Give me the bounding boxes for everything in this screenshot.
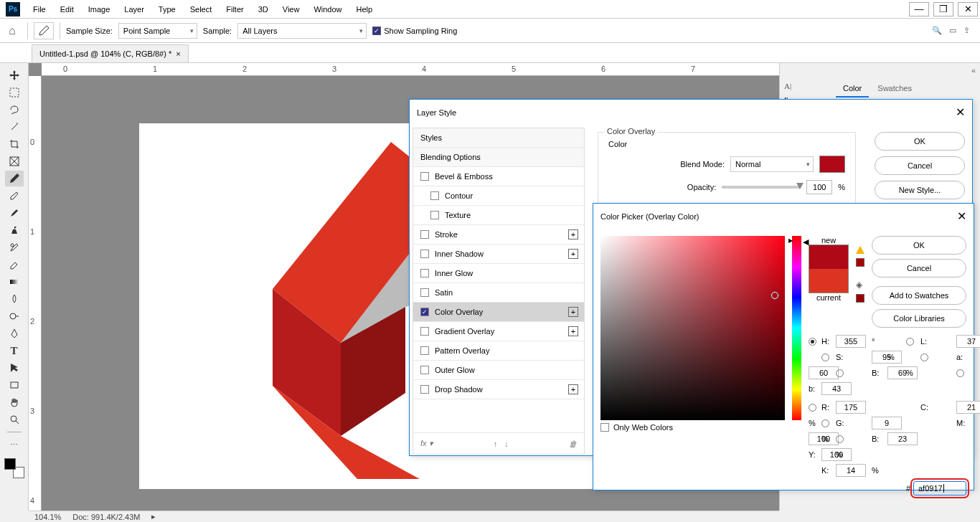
menu-layer[interactable]: Layer [117, 2, 151, 16]
color-cursor[interactable] [771, 292, 778, 299]
ls-new-style-button[interactable]: New Style... [875, 181, 965, 199]
b-lab-radio[interactable] [956, 369, 964, 377]
cp-cancel-button[interactable]: Cancel [872, 259, 966, 277]
menu-view[interactable]: View [275, 2, 307, 16]
layer-style-close-icon[interactable]: ✕ [956, 105, 965, 119]
menu-image[interactable]: Image [81, 2, 118, 16]
ls-bevel-emboss[interactable]: Bevel & Emboss [413, 167, 584, 186]
b-lab-input[interactable] [821, 382, 852, 395]
menu-3d[interactable]: 3D [251, 2, 275, 16]
ls-outer-glow[interactable]: Outer Glow [413, 361, 584, 380]
gamut-warning-swatch[interactable] [856, 258, 864, 267]
websafe-swatch[interactable] [856, 294, 864, 303]
foreground-background-colors[interactable] [4, 458, 24, 478]
color-saturation-field[interactable] [600, 236, 785, 420]
opacity-slider[interactable] [722, 186, 801, 189]
add-to-swatches-button[interactable]: Add to Swatches [872, 286, 966, 305]
history-brush-tool[interactable] [5, 239, 24, 255]
color-libraries-button[interactable]: Color Libraries [872, 309, 966, 328]
add-gradient-overlay-icon[interactable]: + [568, 326, 578, 336]
ls-ok-button[interactable]: OK [875, 132, 965, 151]
show-sampling-ring-checkbox[interactable]: ✓Show Sampling Ring [372, 27, 457, 35]
only-web-colors-checkbox[interactable]: Only Web Colors [600, 423, 673, 432]
menu-filter[interactable]: Filter [219, 2, 250, 16]
r-input[interactable] [836, 401, 866, 414]
marquee-tool[interactable] [5, 85, 24, 100]
r-radio[interactable] [809, 404, 816, 412]
menu-type[interactable]: Type [151, 2, 183, 16]
search-icon[interactable]: 🔍 [932, 26, 942, 35]
b-rgb-input[interactable] [887, 432, 918, 445]
a-radio[interactable] [920, 353, 928, 361]
a-input[interactable] [809, 366, 839, 379]
close-button[interactable]: ✕ [958, 2, 978, 16]
document-tab[interactable]: Untitled-1.psd @ 104% (C, RGB/8#) * × [32, 44, 189, 62]
dodge-tool[interactable] [5, 308, 24, 324]
g-radio[interactable] [821, 419, 829, 427]
ls-gradient-overlay[interactable]: Gradient Overlay+ [413, 322, 584, 341]
pen-tool[interactable] [5, 326, 24, 341]
maximize-button[interactable]: ❐ [933, 2, 953, 16]
add-color-overlay-icon[interactable]: + [568, 307, 578, 317]
zoom-tool[interactable] [5, 412, 24, 427]
ls-cancel-button[interactable]: Cancel [875, 156, 965, 175]
home-icon[interactable]: ⌂ [3, 22, 22, 39]
brush-tool[interactable] [5, 205, 24, 221]
ls-blending-options[interactable]: Blending Options [413, 148, 584, 167]
add-stroke-icon[interactable]: + [568, 229, 578, 239]
share-icon[interactable]: ⇪ [963, 26, 970, 35]
h-radio[interactable] [809, 338, 816, 346]
menu-window[interactable]: Window [306, 2, 349, 16]
menu-edit[interactable]: Edit [53, 2, 81, 16]
cp-ok-button[interactable]: OK [872, 236, 966, 255]
add-inner-shadow-icon[interactable]: + [568, 249, 578, 259]
opacity-input[interactable]: 100 [806, 180, 832, 194]
tool-preset-picker[interactable] [34, 22, 54, 39]
lasso-tool[interactable] [5, 102, 24, 118]
ls-stroke[interactable]: Stroke+ [413, 225, 584, 245]
hex-input[interactable]: af0917 [913, 481, 966, 495]
eyedropper-tool[interactable] [5, 171, 24, 186]
eraser-tool[interactable] [5, 257, 24, 272]
b-hsb-radio[interactable] [836, 369, 844, 377]
cube-icon[interactable]: ◈ [856, 280, 864, 290]
type-tool[interactable]: T [5, 343, 24, 359]
magic-wand-tool[interactable] [5, 119, 24, 135]
ls-color-overlay[interactable]: ✓Color Overlay+ [413, 303, 584, 322]
ls-inner-glow[interactable]: Inner Glow [413, 264, 584, 283]
overlay-color-swatch[interactable] [819, 156, 845, 173]
blend-mode-select[interactable]: Normal [730, 156, 814, 172]
edit-toolbar-icon[interactable]: ⋯ [5, 437, 24, 452]
clone-stamp-tool[interactable] [5, 222, 24, 238]
blur-tool[interactable] [5, 291, 24, 307]
zoom-level[interactable]: 104.1% [34, 513, 61, 521]
l-input[interactable] [956, 335, 980, 348]
menu-help[interactable]: Help [349, 2, 380, 16]
gamut-warning-icon[interactable] [856, 246, 864, 254]
workspace-icon[interactable]: ▭ [949, 26, 956, 35]
b-rgb-radio[interactable] [836, 435, 844, 443]
h-input[interactable] [836, 335, 866, 348]
ls-inner-shadow[interactable]: Inner Shadow+ [413, 245, 584, 264]
ls-contour[interactable]: Contour [413, 186, 584, 206]
current-color-swatch[interactable] [809, 269, 848, 293]
g-input[interactable] [872, 417, 902, 430]
ls-texture[interactable]: Texture [413, 206, 584, 225]
color-panel-tab[interactable]: Color [836, 80, 869, 98]
menu-select[interactable]: Select [183, 2, 220, 16]
crop-tool[interactable] [5, 136, 24, 152]
minimize-button[interactable]: — [909, 2, 929, 16]
character-panel-icon[interactable]: A| [784, 82, 803, 90]
ls-styles[interactable]: Styles [413, 128, 584, 148]
ls-satin[interactable]: Satin [413, 283, 584, 303]
add-drop-shadow-icon[interactable]: + [568, 384, 578, 394]
healing-brush-tool[interactable] [5, 188, 24, 204]
rectangle-tool[interactable] [5, 377, 24, 393]
color-hue-slider[interactable]: ▶◀ [792, 236, 801, 420]
k-input[interactable] [836, 464, 866, 477]
s-radio[interactable] [821, 353, 829, 361]
swatches-panel-tab[interactable]: Swatches [870, 80, 919, 98]
sample-size-select[interactable]: Point Sample [118, 23, 197, 39]
ls-drop-shadow[interactable]: Drop Shadow+ [413, 380, 584, 399]
move-tool[interactable] [5, 67, 24, 83]
